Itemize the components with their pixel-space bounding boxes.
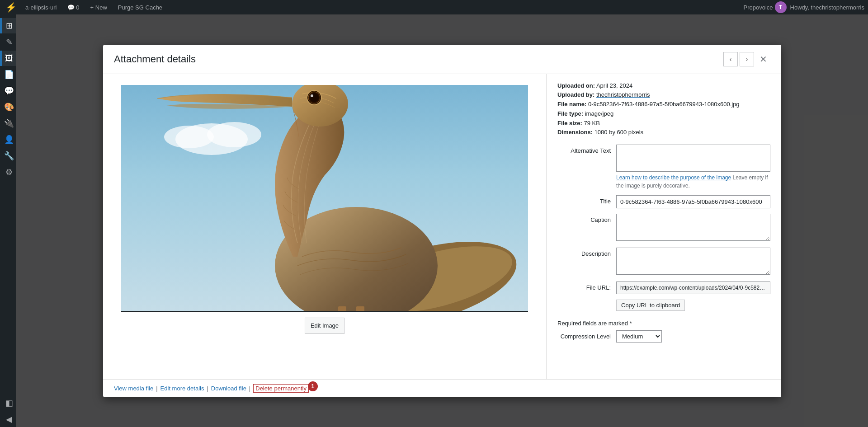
title-label: Title	[557, 195, 616, 205]
file-url-input[interactable]	[616, 282, 770, 294]
modal-title: Attachment details	[114, 53, 196, 65]
sidebar-icon-collapse[interactable]: ◀	[0, 412, 16, 427]
dimensions-value: 1080 by 600 pixels	[594, 129, 643, 136]
file-url-row: File URL: Copy URL to clipboard	[557, 282, 770, 311]
edit-details-link[interactable]: Edit more details	[160, 385, 204, 392]
svg-point-2	[207, 122, 261, 147]
file-name-row: File name: 0-9c582364-7f63-4886-97a5-5f0…	[557, 100, 770, 109]
compression-select[interactable]: Low Medium High	[616, 330, 662, 343]
caption-input[interactable]	[616, 214, 770, 241]
description-input[interactable]	[616, 248, 770, 275]
delete-permanently-link[interactable]: Delete permanently	[253, 384, 309, 393]
modal-footer: View media file | Edit more details | Do…	[103, 379, 781, 397]
alt-text-help-block: Learn how to describe the purpose of the…	[616, 174, 770, 190]
brand-label: Propovoice	[743, 4, 773, 11]
wordpress-logo-icon[interactable]: ⚡	[4, 0, 18, 14]
purge-cache-label: Purge SG Cache	[118, 4, 162, 11]
modal-header: Attachment details ‹ › ✕	[103, 45, 781, 74]
main-content: Attachment details ‹ › ✕	[16, 14, 868, 427]
edit-image-label: Edit Image	[311, 322, 339, 329]
dimensions-label: Dimensions:	[557, 129, 593, 136]
file-meta: Uploaded on: April 23, 2024 Uploaded by:…	[557, 81, 770, 138]
sidebar-icon-pages[interactable]: 📄	[0, 67, 16, 82]
admin-bar: ⚡ a-ellipsis-url 💬 0 + New Purge SG Cach…	[0, 0, 868, 14]
svg-rect-14	[338, 306, 346, 311]
wp-sidebar: ⊞ ✎ 🖼 📄 💬 🎨 🔌 👤 🔧 ⚙ ◧ ◀	[0, 14, 16, 427]
uploaded-by-row: Uploaded by: thechristophermorris	[557, 90, 770, 100]
next-icon: ›	[746, 56, 748, 63]
separator-3: |	[249, 385, 250, 392]
title-input[interactable]	[616, 195, 770, 208]
uploaded-on-value: April 23, 2024	[596, 82, 632, 89]
comments-icon: 💬	[67, 4, 75, 11]
site-name-label: a-ellipsis-url	[25, 4, 57, 11]
copy-url-button[interactable]: Copy URL to clipboard	[616, 300, 685, 311]
sidebar-icon-appearance[interactable]: 🎨	[0, 99, 16, 115]
alt-text-label: Alternative Text	[557, 145, 616, 154]
compression-label: Compression Level	[557, 333, 616, 340]
alt-text-row: Alternative Text Learn how to describe t…	[557, 145, 770, 190]
caption-label: Caption	[557, 214, 616, 223]
file-size-label: File size:	[557, 120, 582, 127]
view-media-link[interactable]: View media file	[114, 385, 153, 392]
sidebar-icon-posts[interactable]: ✎	[0, 34, 16, 50]
sidebar-icon-plugins[interactable]: 🔌	[0, 116, 16, 131]
file-type-value: image/jpeg	[585, 110, 614, 117]
edit-image-button[interactable]: Edit Image	[305, 318, 344, 334]
file-type-row: File type: image/jpeg	[557, 109, 770, 119]
prev-attachment-button[interactable]: ‹	[723, 52, 738, 66]
sidebar-icon-users[interactable]: 👤	[0, 132, 16, 147]
avatar[interactable]: T	[775, 1, 787, 13]
modal-close-button[interactable]: ✕	[756, 52, 770, 66]
description-label: Description	[557, 248, 616, 257]
separator-2: |	[207, 385, 208, 392]
download-file-link[interactable]: Download file	[211, 385, 246, 392]
pelican-image	[121, 85, 528, 311]
svg-point-3	[164, 126, 214, 148]
modal-navigation: ‹ › ✕	[723, 52, 770, 66]
new-bar-item[interactable]: + New	[87, 0, 111, 14]
sidebar-icon-dashboard[interactable]: ⊞	[0, 18, 16, 33]
alt-text-field: Learn how to describe the purpose of the…	[616, 145, 770, 190]
file-url-field: Copy URL to clipboard	[616, 282, 770, 311]
file-name-value: 0-9c582364-7f63-4886-97a5-5f0ba6679943-1…	[588, 101, 740, 108]
dimensions-row: Dimensions: 1080 by 600 pixels	[557, 128, 770, 137]
svg-point-10	[310, 93, 319, 102]
close-icon: ✕	[760, 54, 767, 65]
greeting-label: Howdy, thechristophermorris	[790, 4, 864, 11]
attachment-details-modal: Attachment details ‹ › ✕	[103, 45, 781, 397]
sidebar-icon-tools[interactable]: 🔧	[0, 148, 16, 164]
file-size-row: File size: 79 KB	[557, 119, 770, 128]
uploaded-on-label: Uploaded on:	[557, 82, 595, 89]
prev-icon: ‹	[730, 56, 732, 63]
purge-cache-bar-item[interactable]: Purge SG Cache	[114, 0, 166, 14]
site-name-bar-item[interactable]: a-ellipsis-url	[22, 0, 60, 14]
uploaded-by-value[interactable]: thechristophermorris	[596, 91, 650, 98]
badge-number: 1	[308, 381, 318, 391]
sidebar-icon-settings[interactable]: ⚙	[0, 164, 16, 180]
sidebar-icon-media[interactable]: 🖼	[0, 51, 16, 66]
file-type-label: File type:	[557, 110, 583, 117]
next-attachment-button[interactable]: ›	[740, 52, 754, 66]
avatar-initial: T	[779, 4, 782, 10]
comments-bar-item[interactable]: 💬 0	[64, 0, 83, 14]
caption-field	[616, 214, 770, 242]
sidebar-icon-widgets[interactable]: ◧	[0, 395, 16, 411]
alt-text-input[interactable]	[616, 145, 770, 172]
file-size-value: 79 KB	[584, 120, 600, 127]
description-row: Description	[557, 248, 770, 276]
image-container	[121, 85, 528, 312]
title-field	[616, 195, 770, 208]
svg-rect-15	[356, 306, 364, 311]
alt-text-help-link[interactable]: Learn how to describe the purpose of the…	[616, 174, 731, 181]
sidebar-icon-comments[interactable]: 💬	[0, 83, 16, 99]
file-url-label: File URL:	[557, 282, 616, 291]
modal-body: Edit Image Uploaded on: April 23, 2024 U…	[103, 74, 781, 379]
file-name-label: File name:	[557, 101, 586, 108]
description-field	[616, 248, 770, 276]
caption-row: Caption	[557, 214, 770, 242]
admin-bar-right: Propovoice T Howdy, thechristophermorris	[743, 1, 864, 13]
details-panel: Uploaded on: April 23, 2024 Uploaded by:…	[546, 74, 781, 379]
required-note: Required fields are marked *	[557, 320, 770, 327]
separator-1: |	[156, 385, 157, 392]
